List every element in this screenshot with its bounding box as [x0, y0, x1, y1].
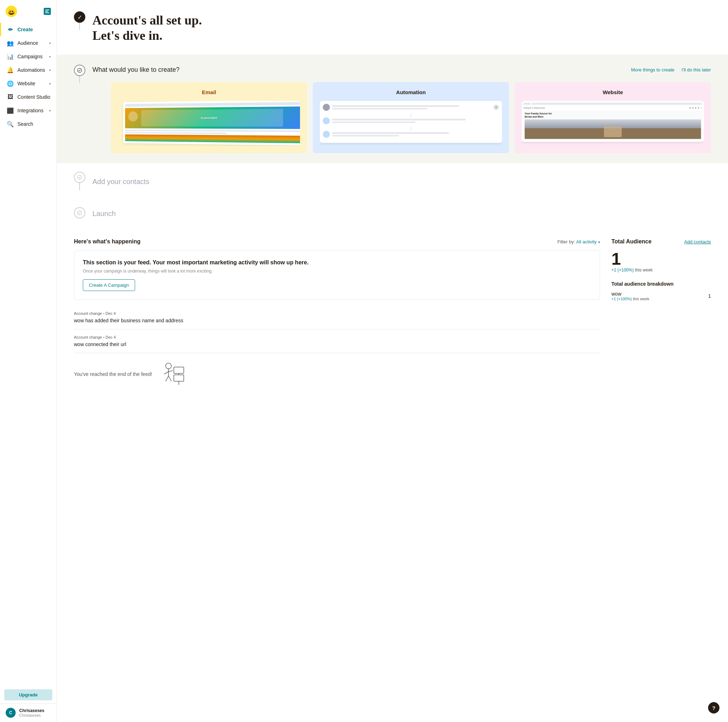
step1-indicator: ✓ — [74, 11, 85, 30]
card-email-label: Email — [118, 89, 300, 95]
sidebar-item-label-integrations: Integrations — [17, 108, 46, 113]
sidebar-item-website[interactable]: 🌐Website▾ — [0, 77, 57, 90]
svg-point-6 — [10, 12, 12, 14]
main-content: ✓ Account's all set up. Let's dive in. — [57, 0, 728, 722]
svg-line-18 — [168, 376, 171, 381]
feed-end: You've reached the end of the feed! — [74, 353, 600, 395]
svg-point-3 — [9, 11, 11, 12]
feed-end-illustration — [158, 362, 186, 386]
sidebar-toggle-button[interactable] — [44, 8, 51, 15]
filter-control: Filter by: All activity ▾ — [557, 238, 600, 245]
mailchimp-logo-icon — [6, 6, 17, 17]
email-header-bar — [125, 102, 300, 107]
steps-below: Add your contacts Launch — [57, 163, 728, 227]
growth-positive: +1 (+100%) — [612, 267, 634, 273]
campaigns-icon: 📊 — [7, 53, 14, 60]
activity-header: Here's what's happening Filter by: All a… — [74, 238, 600, 245]
chevron-down-icon: ▾ — [49, 41, 51, 45]
svg-rect-19 — [174, 367, 184, 374]
sidebar-item-label-campaigns: Campaigns — [17, 53, 46, 60]
breakdown-name: wow — [612, 291, 649, 297]
step3-line — [79, 183, 80, 190]
step1-line — [79, 23, 80, 30]
activity-title: Here's what's happening — [74, 238, 141, 245]
card-automation-label: Automation — [320, 89, 502, 95]
search-icon: 🔍 — [7, 121, 14, 128]
feed-end-text: You've reached the end of the feed! — [74, 371, 152, 377]
sidebar-item-search[interactable]: 🔍Search — [0, 117, 57, 131]
sidebar-logo-area — [0, 0, 57, 20]
sidebar-item-label-website: Website — [17, 81, 46, 86]
sidebar-item-create[interactable]: ✏Create — [0, 23, 57, 36]
breakdown-count: 1 — [708, 293, 711, 299]
svg-rect-9 — [45, 12, 49, 13]
card-automation[interactable]: Automation ⏱ — [313, 82, 509, 153]
create-campaign-button[interactable]: Create A Campaign — [83, 279, 135, 291]
card-website[interactable]: Website Sawyer's Bakeshop — [515, 82, 711, 153]
create-links: More things to create I'll do this later — [631, 67, 711, 72]
filter-value[interactable]: All activity — [576, 239, 597, 244]
email-hero-img: FLEXSTART — [125, 107, 300, 129]
svg-rect-8 — [45, 11, 48, 12]
help-button[interactable]: ? — [708, 702, 719, 713]
step3-indicator — [74, 172, 85, 190]
automations-icon: 🔔 — [7, 66, 14, 73]
chevron-down-icon: ▾ — [49, 82, 51, 85]
svg-line-15 — [164, 372, 168, 374]
step1-content: Account's all set up. Let's dive in. — [92, 11, 711, 43]
add-contacts-link[interactable]: Add contacts — [684, 239, 711, 244]
dashboard-section: Here's what's happening Filter by: All a… — [57, 227, 728, 406]
breakdown-title: Total audience breakdown — [612, 281, 711, 287]
feed-card-title: This section is your feed. Your most imp… — [83, 259, 591, 266]
create-question: What would you like to create? — [92, 66, 179, 73]
sidebar-item-label-create: Create — [17, 27, 51, 32]
activity-list: Account change • Dec 4 wow has added the… — [74, 305, 600, 353]
sidebar-item-label-automations: Automations — [17, 67, 46, 73]
chevron-down-icon: ▾ — [49, 68, 51, 72]
audience-panel: Total Audience Add contacts 1 +1 (+100%)… — [612, 238, 711, 395]
activity-feed: Here's what's happening Filter by: All a… — [74, 238, 600, 395]
later-link[interactable]: I'll do this later — [681, 67, 711, 72]
audience-growth: +1 (+100%) this week — [612, 267, 711, 273]
more-things-link[interactable]: More things to create — [631, 67, 674, 72]
step3-container: Add your contacts — [74, 163, 711, 198]
website-content-area: Your Family Source for Bread and More — [523, 111, 702, 140]
svg-point-13 — [166, 363, 171, 369]
upgrade-button[interactable]: Upgrade — [4, 689, 52, 700]
content-studio-icon: 🖼 — [7, 93, 14, 101]
auto-row1: ⏱ — [323, 104, 499, 111]
sidebar-item-campaigns[interactable]: 📊Campaigns▾ — [0, 50, 57, 63]
sidebar-item-automations[interactable]: 🔔Automations▾ — [0, 63, 57, 77]
card-email[interactable]: Email FLEXSTART — [111, 82, 307, 153]
avatar: C — [6, 708, 16, 718]
step4-circle — [74, 207, 85, 218]
automation-mockup: ⏱ — [320, 101, 502, 143]
email-mockup: FLEXSTART — [123, 101, 300, 146]
step2-content: What would you like to create? More thin… — [92, 65, 711, 153]
activity-item-2: Account change • Dec 4 wow connected the… — [74, 330, 600, 353]
activity-meta-1: Account change • Dec 4 — [74, 311, 600, 316]
integrations-icon: ⬛ — [7, 107, 14, 114]
auto-row2 — [323, 117, 499, 124]
step4-container: Launch — [74, 198, 711, 227]
sidebar-item-audience[interactable]: 👥Audience▾ — [0, 36, 57, 50]
card-email-preview: FLEXSTART — [118, 101, 300, 146]
feed-card-desc: Once your campaign is underway, things w… — [83, 269, 591, 273]
step3-title: Add your contacts — [92, 178, 711, 186]
chevron-down-icon[interactable]: ▾ — [598, 240, 600, 244]
card-website-label: Website — [522, 89, 704, 95]
website-hero-img — [525, 119, 701, 139]
step2-circle — [74, 65, 85, 76]
create-section: What would you like to create? More thin… — [57, 55, 728, 163]
website-browser-bar — [523, 102, 702, 105]
cards-container: Email FLEXSTART — [111, 82, 711, 153]
svg-rect-20 — [174, 375, 184, 381]
chevron-down-icon: ▾ — [49, 109, 51, 113]
audience-count: 1 — [612, 250, 711, 267]
user-name: Chrisaseses — [19, 708, 44, 713]
sidebar-item-content-studio[interactable]: 🖼Content Studio — [0, 90, 57, 104]
feed-card: This section is your feed. Your most imp… — [74, 250, 600, 300]
step2-container: What would you like to create? More thin… — [74, 65, 711, 153]
user-profile[interactable]: C Chrisaseses Chrisaseses — [0, 703, 57, 722]
sidebar-item-integrations[interactable]: ⬛Integrations▾ — [0, 104, 57, 117]
